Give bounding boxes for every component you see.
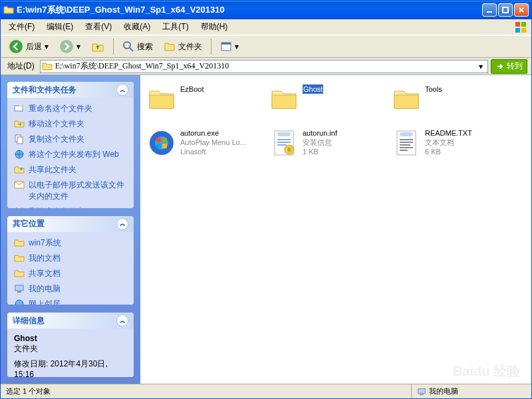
folder-icon	[392, 84, 421, 114]
menu-favorites[interactable]: 收藏(A)	[120, 20, 154, 34]
panel-body: 重命名这个文件夹 移动这个文件夹 复制这个文件夹 将这个文件夹发布到 Web 共…	[7, 98, 134, 208]
file-meta: EzBoot	[180, 84, 203, 94]
file-meta: Ghost	[303, 84, 323, 94]
collapse-icon[interactable]: ︽	[116, 315, 128, 327]
file-line2: AutoPlay Menu Lo...	[180, 138, 246, 147]
file-item[interactable]: Ghost	[269, 84, 382, 122]
task-publish-web[interactable]: 将这个文件夹发布到 Web	[14, 149, 127, 160]
documents-icon	[14, 253, 25, 263]
panel-header[interactable]: 其它位置 ︽	[7, 216, 134, 232]
svg-rect-35	[400, 142, 413, 143]
file-item[interactable]: autorun.inf安装信息1 KB	[269, 128, 382, 166]
svg-rect-37	[400, 147, 413, 148]
svg-rect-31	[288, 148, 291, 152]
file-item[interactable]: README.TXT文本文档6 KB	[392, 128, 505, 166]
move-icon	[14, 118, 25, 129]
content-area: 文件和文件夹任务 ︽ 重命名这个文件夹 移动这个文件夹 复制这个文件夹 将这个文…	[1, 75, 531, 384]
computer-icon	[417, 387, 426, 396]
forward-icon	[59, 39, 74, 54]
svg-point-18	[15, 300, 23, 305]
folders-button[interactable]: 文件夹	[160, 38, 206, 55]
address-bar: 地址(D) E:\win7系统\DEEP_Ghost_Win7_Sp1_x64_…	[1, 58, 531, 75]
copy-icon	[14, 134, 25, 144]
folder-up-icon	[91, 40, 104, 53]
place-computer[interactable]: 我的电脑	[14, 283, 127, 295]
file-meta: autorun.inf安装信息1 KB	[303, 128, 337, 156]
search-button[interactable]: 搜索	[118, 38, 157, 55]
task-move[interactable]: 移动这个文件夹	[14, 118, 127, 130]
svg-rect-1	[503, 7, 508, 13]
computer-icon	[14, 283, 25, 294]
task-delete[interactable]: 删除这个文件夹	[14, 206, 127, 208]
task-rename[interactable]: 重命名这个文件夹	[14, 103, 127, 114]
svg-rect-4	[515, 28, 520, 33]
svg-point-6	[9, 40, 23, 53]
file-line2: 文本文档	[425, 138, 472, 147]
panel-body: win7系统 我的文档 共享文档 我的电脑 网上邻居	[7, 232, 134, 305]
panel-title: 详细信息	[13, 315, 45, 327]
svg-rect-38	[400, 150, 408, 151]
menu-edit[interactable]: 编辑(E)	[43, 20, 77, 34]
panel-body: Ghost 文件夹 修改日期: 2012年4月30日, 15:16	[7, 329, 134, 377]
svg-point-8	[124, 42, 130, 49]
minimize-button[interactable]	[482, 3, 497, 17]
place-parent[interactable]: win7系统	[14, 237, 127, 249]
task-copy[interactable]: 复制这个文件夹	[14, 134, 127, 145]
folder-icon	[147, 84, 176, 114]
folders-icon	[164, 41, 176, 53]
menu-tools[interactable]: 工具(T)	[158, 20, 192, 34]
panel-title: 文件和文件夹任务	[13, 84, 76, 96]
svg-rect-0	[487, 11, 492, 13]
window-buttons	[482, 3, 529, 17]
svg-rect-24	[162, 144, 167, 148]
address-dropdown-button[interactable]: ▾	[475, 61, 486, 72]
address-label: 地址(D)	[5, 61, 37, 72]
up-button[interactable]	[87, 38, 108, 55]
panel-header[interactable]: 详细信息 ︽	[7, 313, 134, 329]
views-icon	[220, 41, 232, 53]
file-line3: 6 KB	[425, 147, 472, 156]
svg-rect-22	[162, 138, 167, 142]
svg-rect-36	[400, 144, 410, 146]
file-item[interactable]: EzBoot	[147, 84, 260, 122]
status-location: 我的电脑	[412, 384, 531, 398]
svg-rect-16	[15, 285, 23, 291]
svg-rect-2	[515, 22, 520, 27]
file-list[interactable]: EzBootGhostToolsautorun.exeAutoPlay Menu…	[140, 75, 531, 384]
go-arrow-icon	[495, 62, 505, 71]
details-panel: 详细信息 ︽ Ghost 文件夹 修改日期: 2012年4月30日, 15:16	[7, 313, 134, 377]
file-line2: 安装信息	[303, 138, 337, 147]
panel-header[interactable]: 文件和文件夹任务 ︽	[7, 82, 134, 98]
svg-rect-17	[17, 291, 21, 293]
collapse-icon[interactable]: ︽	[116, 84, 128, 96]
menu-file[interactable]: 文件(F)	[5, 20, 39, 34]
place-network[interactable]: 网上邻居	[14, 299, 127, 305]
shared-folder-icon	[14, 268, 25, 279]
file-name: autorun.exe	[180, 128, 246, 138]
back-label: 后退	[26, 41, 42, 53]
titlebar[interactable]: E:\win7系统\DEEP_Ghost_Win7_Sp1_x64_V20131…	[1, 1, 531, 19]
svg-rect-13	[17, 137, 23, 144]
go-button[interactable]: 转到	[491, 59, 527, 74]
back-button[interactable]: 后退 ▾	[5, 38, 53, 55]
forward-button[interactable]: ▾	[55, 38, 84, 55]
task-email[interactable]: 以电子邮件形式发送该文件夹内的文件	[14, 180, 127, 202]
folder-icon	[14, 237, 25, 248]
menu-view[interactable]: 查看(V)	[81, 20, 116, 34]
task-share[interactable]: 共享此文件夹	[14, 164, 127, 176]
address-path: E:\win7系统\DEEP_Ghost_Win7_Sp1_x64_V20131…	[55, 61, 473, 72]
file-line3: Linasoft	[180, 147, 246, 156]
file-item[interactable]: autorun.exeAutoPlay Menu Lo...Linasoft	[147, 128, 260, 166]
place-shared[interactable]: 共享文档	[14, 268, 127, 279]
status-selection: 选定 1 个对象	[1, 384, 412, 398]
menu-help[interactable]: 帮助(H)	[197, 20, 232, 34]
views-button[interactable]: ▾	[216, 38, 243, 55]
exe-icon	[147, 128, 176, 158]
close-button[interactable]	[514, 3, 529, 17]
place-documents[interactable]: 我的文档	[14, 253, 127, 264]
delete-icon	[14, 206, 25, 208]
maximize-button[interactable]	[498, 3, 513, 17]
file-item[interactable]: Tools	[392, 84, 505, 122]
collapse-icon[interactable]: ︽	[116, 218, 128, 230]
address-input[interactable]: E:\win7系统\DEEP_Ghost_Win7_Sp1_x64_V20131…	[40, 60, 488, 73]
